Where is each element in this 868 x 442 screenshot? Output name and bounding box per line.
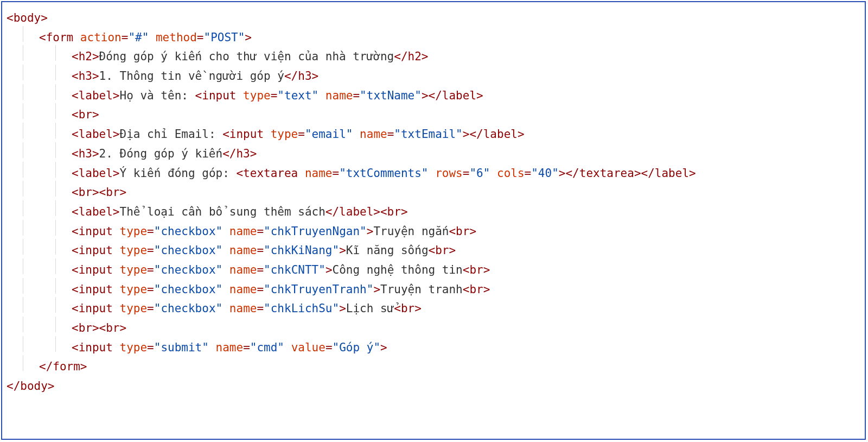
code-attr: value	[291, 341, 326, 354]
code-editor[interactable]: <body><form action="#" method="POST"><h2…	[1, 1, 866, 440]
code-tag: <h3>	[72, 147, 99, 160]
indent-guide	[23, 142, 23, 158]
indent-guide	[23, 336, 23, 352]
code-line[interactable]: <input type="checkbox" name="chkTruyenTr…	[7, 280, 860, 300]
code-line[interactable]: <br><br>	[7, 319, 860, 338]
code-line[interactable]: <input type="submit" name="cmd" value="G…	[7, 338, 860, 358]
code-tag: <input	[72, 263, 120, 276]
indent-guide	[23, 84, 23, 100]
code-tag: =	[326, 341, 333, 354]
code-tag: =	[257, 263, 264, 276]
code-value: "chkKiNang"	[264, 244, 339, 257]
code-value: "text"	[277, 89, 318, 102]
code-attr: type	[120, 341, 148, 354]
code-tag: <label>	[72, 89, 120, 102]
indent-guide	[55, 103, 56, 119]
code-tag: >	[373, 283, 380, 296]
code-tag: <input	[222, 128, 271, 141]
code-line[interactable]: <h2>Đóng góp ý kiến cho thư viện của nhà…	[7, 47, 860, 67]
code-tag: <input	[72, 283, 120, 296]
code-tag: <input	[72, 225, 120, 238]
code-tag: <label>	[72, 167, 120, 180]
code-tag: </body>	[7, 380, 55, 393]
code-line[interactable]: <label>Ý kiến đóng góp: <textarea name="…	[7, 164, 860, 184]
code-value: "POST"	[203, 31, 245, 44]
code-tag	[222, 244, 229, 257]
code-line[interactable]: <input type="checkbox" name="chkKiNang">…	[7, 241, 860, 261]
code-line[interactable]: <label>Địa chỉ Email: <input type="email…	[7, 125, 860, 144]
code-line[interactable]: <input type="checkbox" name="chkTruyenNg…	[7, 222, 860, 242]
code-value: "cmd"	[250, 341, 284, 354]
code-line[interactable]: <h3>1. Thông tin về người góp ý</h3>	[7, 67, 860, 86]
code-attr: name	[229, 263, 257, 276]
code-value: "txtEmail"	[394, 128, 462, 141]
code-tag	[209, 341, 216, 354]
code-tag: </label>	[326, 205, 380, 218]
code-tag	[222, 283, 229, 296]
code-tag	[222, 263, 229, 276]
code-tag: =	[243, 341, 250, 354]
code-tag	[149, 31, 156, 44]
code-line[interactable]: <h3>2. Đóng góp ý kiến</h3>	[7, 144, 860, 164]
indent-guide	[23, 278, 23, 294]
code-tag: =	[147, 341, 154, 354]
code-attr: type	[120, 302, 148, 315]
code-tag: <br>	[380, 205, 408, 218]
code-line[interactable]: <input type="checkbox" name="chkLichSu">…	[7, 299, 860, 319]
code-tag: =	[257, 283, 264, 296]
code-line[interactable]: <br><br>	[7, 183, 860, 203]
code-tag	[490, 167, 497, 180]
code-line[interactable]: </form>	[7, 357, 860, 377]
code-tag: >	[367, 225, 374, 238]
code-line[interactable]: <form action="#" method="POST">	[7, 28, 860, 48]
code-attr: type	[120, 225, 148, 238]
code-tag: <br><br>	[72, 186, 126, 199]
code-line[interactable]: <body>	[7, 9, 860, 28]
indent-guide	[55, 200, 56, 216]
code-tag: >	[380, 341, 387, 354]
code-attr: cols	[497, 167, 525, 180]
code-tag: >	[422, 89, 429, 102]
code-value: "40"	[531, 167, 559, 180]
code-value: "checkbox"	[154, 225, 222, 238]
code-value: "txtName"	[360, 89, 422, 102]
code-tag	[318, 89, 326, 102]
indent-guide	[55, 317, 56, 332]
code-attr: type	[120, 283, 148, 296]
indent-guide	[23, 65, 23, 80]
code-value: "checkbox"	[154, 302, 222, 315]
indent-guide	[55, 123, 56, 138]
code-attr: type	[271, 128, 298, 141]
code-attr: name	[229, 244, 257, 257]
indent-guide	[55, 220, 56, 236]
code-tag: <br>	[463, 263, 490, 276]
code-value: "checkbox"	[154, 263, 222, 276]
code-line[interactable]: <label>Họ và tên: <input type="text" nam…	[7, 86, 860, 106]
code-line[interactable]: <label>Thể loại cần bổ sung thêm sách</l…	[7, 203, 860, 222]
indent-guide	[23, 181, 23, 197]
code-value: "txtComments"	[339, 167, 428, 180]
code-tag: <br>	[72, 108, 99, 121]
code-tag: =	[147, 244, 154, 257]
code-tag: <label>	[72, 205, 120, 218]
code-value: "chkTruyenNgan"	[264, 225, 367, 238]
indent-guide	[23, 123, 23, 138]
code-line[interactable]: <br>	[7, 105, 860, 125]
code-attr: type	[120, 244, 148, 257]
code-text: Ý kiến đóng góp:	[120, 167, 237, 180]
code-tag: =	[147, 263, 154, 276]
code-tag: =	[257, 302, 264, 315]
code-line[interactable]: </body>	[7, 377, 860, 396]
code-value: "Góp ý"	[333, 341, 381, 354]
code-tag: >	[559, 167, 566, 180]
indent-guide	[23, 355, 23, 371]
code-text: Truyện ngắn	[373, 225, 449, 238]
code-tag: </label>	[469, 128, 524, 141]
code-line[interactable]: <input type="checkbox" name="chkCNTT">Cô…	[7, 261, 860, 280]
indent-guide	[55, 336, 56, 352]
indent-guide	[23, 317, 23, 332]
code-tag: <br>	[463, 283, 490, 296]
code-tag: =	[197, 31, 204, 44]
code-value: "checkbox"	[154, 283, 222, 296]
code-value: "email"	[305, 128, 353, 141]
